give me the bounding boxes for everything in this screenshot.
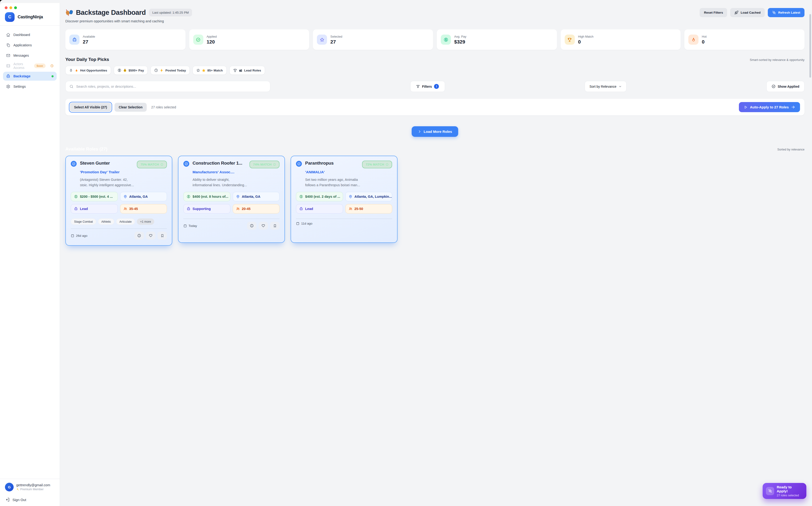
posted-date: Today [183, 224, 197, 228]
sidebar-item-messages[interactable]: Messages [3, 51, 57, 60]
quick-filter-chips: Hot Opportunities $500+ Pay Posted Today… [65, 66, 406, 75]
project-name: 'ANIMALIA' [305, 170, 392, 174]
sidebar-nav: Dashboard Applications Messages Actors A… [0, 26, 60, 91]
flame-icon [69, 68, 73, 72]
briefcase-icon [69, 34, 80, 45]
chip-85-match[interactable]: 85+ Match [192, 66, 227, 75]
role-description: Set two million years ago, Animaliafollo… [305, 177, 392, 188]
selected-check-icon[interactable] [71, 161, 77, 167]
chip-500-pay[interactable]: $500+ Pay [114, 66, 148, 75]
stat-label: Selected [330, 35, 342, 38]
page-subtitle: Discover premium opportunities with smar… [65, 19, 406, 23]
briefcase-icon [6, 74, 10, 78]
stats-row: Available 27 Applied 120 Selected 27 [65, 29, 406, 50]
skill-tags: Stage Combat Athletic Articulate +1 more [71, 219, 167, 225]
lightning-emoji-icon [160, 69, 163, 72]
sidebar-item-label: Dashboard [13, 33, 30, 37]
brand-logo: C [5, 12, 15, 22]
sidebar-item-label: Actors Access [13, 62, 31, 70]
skill-tag: Stage Combat [71, 219, 96, 225]
clapperboard-emoji-icon [239, 69, 242, 72]
dollar-circle-icon [299, 195, 303, 198]
roles-section-header: Available Roles (27) Sorted by relevance [65, 147, 406, 152]
map-pin-icon [236, 195, 240, 198]
role-card[interactable]: Steven Gunter 75% MATCH 'Promotion Day' … [65, 156, 172, 246]
selected-check-icon[interactable] [183, 161, 189, 167]
location-pill: Atlanta, GA [120, 192, 167, 201]
role-title: Steven Gunter [80, 161, 133, 166]
zoom-window-button[interactable] [14, 6, 17, 9]
pay-pill: $200 - $500 (est. 4 ... [71, 192, 118, 201]
card-divider [71, 229, 167, 229]
toolbar: Filters ! Sort by Relevance Show Applied [65, 81, 406, 92]
selected-check-icon[interactable] [296, 161, 302, 167]
clear-selection-button[interactable]: Clear Selection [114, 103, 147, 112]
chip-hot-opportunities[interactable]: Hot Opportunities [65, 66, 111, 75]
skill-tag: Articulate [116, 219, 135, 225]
sidebar-item-applications[interactable]: Applications [3, 41, 57, 50]
main-content: Backstage Dashboard Last updated: 1:45:2… [60, 0, 406, 253]
chip-posted-today[interactable]: Posted Today [151, 66, 190, 75]
selection-count: 27 roles selected [151, 105, 176, 109]
role-type-pill: Lead [296, 204, 343, 214]
dollar-circle-icon [74, 195, 78, 198]
more-tags-badge[interactable]: +1 more [137, 219, 154, 225]
bookmark-button[interactable] [158, 232, 167, 240]
page-header: Backstage Dashboard Last updated: 1:45:2… [65, 8, 406, 17]
stat-card-applied: Applied 120 [189, 29, 309, 50]
check-circle-icon [193, 34, 203, 45]
bookmark-button[interactable] [270, 222, 279, 230]
film-icon [6, 64, 10, 68]
role-card[interactable]: Construction Roofer 1... 74% MATCH Manuf… [178, 156, 285, 243]
card-divider [183, 219, 279, 219]
location-pill: Atlanta, GA, Lumpkin... [345, 192, 392, 201]
stat-value: 120 [207, 39, 217, 45]
briefcase-icon [187, 207, 190, 211]
top-picks-header: Your Daily Top Picks Smart-sorted by rel… [65, 57, 406, 62]
stat-label: Available [83, 35, 95, 38]
online-dot [52, 75, 54, 77]
map-pin-icon [349, 195, 352, 198]
skill-tag: Athletic [98, 219, 114, 225]
favorite-button[interactable] [259, 222, 268, 230]
select-all-visible-button[interactable]: Select All Visible (27) [70, 103, 111, 112]
age-range-pill: 20-45 [233, 204, 280, 214]
close-window-button[interactable] [5, 6, 7, 9]
window-controls [0, 3, 60, 9]
stat-card-selected: Selected 27 [313, 29, 406, 50]
favorite-button[interactable] [146, 232, 155, 240]
calendar-icon [296, 222, 299, 225]
posted-date: 26d ago [71, 234, 87, 238]
users-icon [349, 207, 352, 211]
search-input[interactable] [76, 85, 266, 88]
star-icon [317, 34, 327, 45]
role-card[interactable]: Paranthropus 72% MATCH 'ANIMALIA' Set tw… [290, 156, 397, 243]
info-button[interactable] [134, 232, 144, 240]
role-title: Construction Roofer 1... [192, 161, 246, 166]
sidebar-item-label: Messages [13, 54, 29, 57]
role-description: (Antagonist) Steven Gunter. 42,stoic. Hi… [80, 177, 167, 188]
info-icon [160, 163, 163, 166]
card-divider [296, 219, 392, 219]
sidebar-item-backstage[interactable]: Backstage [3, 72, 57, 81]
stat-card-available: Available 27 [65, 29, 185, 50]
sidebar-item-actors-access[interactable]: Actors Access Soon [3, 61, 57, 70]
role-type-pill: Supporting [183, 204, 231, 214]
match-badge: 72% MATCH [362, 161, 392, 168]
minimize-window-button[interactable] [9, 6, 12, 9]
info-button[interactable] [247, 222, 257, 230]
sidebar-item-settings[interactable]: Settings [3, 82, 57, 91]
brand: C CastingNinja [0, 9, 60, 26]
chip-lead-roles[interactable]: Lead Roles [230, 66, 265, 75]
gear-icon [6, 84, 10, 89]
map-pin-icon [123, 195, 127, 198]
role-type-pill: Lead [71, 204, 118, 214]
clock-icon [50, 64, 54, 68]
sidebar-item-label: Settings [13, 85, 26, 88]
theater-masks-emoji-icon [65, 9, 73, 16]
fire-emoji-icon [75, 69, 78, 72]
star-emoji-icon [202, 69, 205, 72]
documents-icon [6, 43, 10, 47]
mail-icon [6, 53, 10, 58]
sidebar-item-dashboard[interactable]: Dashboard [3, 30, 57, 39]
